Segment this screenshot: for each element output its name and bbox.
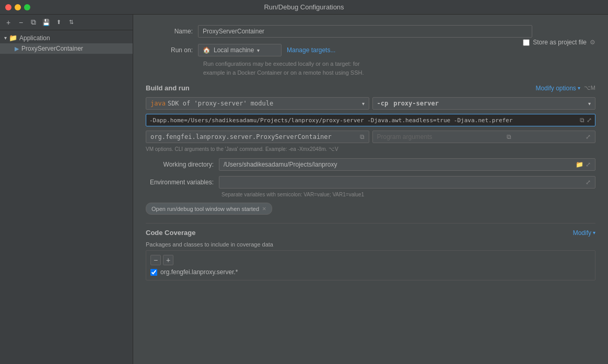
sdk-rest-text: SDK of 'proxy-server' module — [168, 100, 273, 107]
vm-options-copy-icon[interactable]: ⧉ — [580, 116, 584, 124]
sdk-select[interactable]: java SDK of 'proxy-server' module ▾ — [146, 97, 369, 110]
prog-args-placeholder: Program arguments — [377, 133, 432, 140]
minimize-button[interactable] — [15, 4, 21, 10]
open-tool-window-tag: Open run/debug tool window when started … — [146, 203, 272, 215]
coverage-header: Code Coverage Modify ▾ — [146, 229, 595, 237]
main-class-field[interactable]: org.fengfei.lanproxy.server.ProxyServerC… — [146, 131, 369, 143]
sidebar-item-label: ProxyServerContainer — [21, 45, 83, 52]
sidebar-toolbar: + − ⧉ 💾 ⬆ ⇅ — [0, 15, 133, 30]
coverage-modify-button[interactable]: Modify ▾ — [573, 229, 595, 237]
coverage-item-label: org.fengfei.lanproxy.server.* — [160, 268, 238, 276]
home-icon: 🏠 — [203, 46, 211, 54]
build-run-section: Build and run Modify options ▾ ⌥M java S… — [146, 84, 595, 215]
name-label: Name: — [146, 28, 198, 35]
maximize-button[interactable] — [24, 4, 30, 10]
env-vars-label: Environment variables: — [146, 179, 219, 186]
prog-args-copy-icon[interactable]: ⧉ — [507, 133, 511, 140]
save-config-button[interactable]: 💾 — [41, 17, 51, 28]
build-run-title: Build and run — [146, 84, 190, 92]
tag-label: Open run/debug tool window when started — [151, 206, 259, 212]
working-dir-row: Working directory: /Users/shadikesadamu/… — [146, 158, 595, 171]
vm-options-input[interactable] — [149, 117, 578, 124]
main-class-value: org.fengfei.lanproxy.server.ProxyServerC… — [150, 133, 332, 140]
traffic-lights — [5, 4, 30, 10]
config-item-icon: ▶ — [15, 45, 19, 52]
sep-hint-text: Separate variables with semicolon: VAR=v… — [221, 192, 595, 197]
move-config-button[interactable]: ⬆ — [53, 17, 64, 28]
remove-config-button[interactable]: − — [16, 17, 26, 28]
run-hint: Run configurations may be executed local… — [203, 60, 595, 77]
sidebar-group-application[interactable]: ▾ 📁 Application — [0, 32, 133, 43]
env-vars-row: Environment variables: ⤢ — [146, 176, 595, 189]
coverage-add-button[interactable]: + — [163, 255, 173, 265]
sdk-row: java SDK of 'proxy-server' module ▾ -cp … — [146, 97, 595, 110]
prog-args-expand-icon[interactable]: ⤢ — [586, 133, 591, 140]
working-dir-label: Working directory: — [146, 161, 219, 168]
main-class-row: org.fengfei.lanproxy.server.ProxyServerC… — [146, 131, 595, 143]
coverage-item: org.fengfei.lanproxy.server.* — [150, 268, 591, 276]
working-dir-folder-icon[interactable]: 📁 — [576, 161, 583, 168]
chevron-down-icon: ▾ — [257, 48, 260, 53]
manage-targets-link[interactable]: Manage targets... — [287, 46, 335, 54]
coverage-section: Code Coverage Modify ▾ Packages and clas… — [146, 223, 595, 280]
env-vars-expand-icon[interactable]: ⤢ — [586, 179, 591, 186]
copy-config-button[interactable]: ⧉ — [28, 17, 39, 28]
folder-icon: 📁 — [9, 34, 17, 42]
name-input[interactable] — [198, 25, 532, 38]
env-vars-input[interactable]: ⤢ — [219, 176, 595, 189]
store-project-checkbox[interactable] — [523, 39, 530, 46]
store-project-settings-icon[interactable]: ⚙ — [590, 39, 595, 46]
java-keyword: java — [150, 100, 166, 107]
store-project-label: Store as project file — [533, 39, 587, 46]
store-project-row: Store as project file ⚙ — [523, 39, 595, 46]
run-on-select[interactable]: 🏠 Local machine ▾ — [198, 44, 282, 56]
cp-value: proxy-server — [393, 100, 439, 107]
build-run-header: Build and run Modify options ▾ ⌥M — [146, 84, 595, 92]
add-config-button[interactable]: + — [3, 17, 14, 28]
sort-config-button[interactable]: ⇅ — [66, 17, 76, 28]
modify-shortcut: ⌥M — [584, 85, 595, 91]
sdk-chevron-icon: ▾ — [362, 101, 365, 107]
modify-options-button[interactable]: Modify options ▾ ⌥M — [535, 85, 595, 92]
prog-args-field[interactable]: Program arguments ⧉ ⤢ — [372, 131, 596, 143]
content-area: Store as project file ⚙ Name: Run on: 🏠 … — [133, 15, 608, 364]
cp-chevron-icon: ▾ — [588, 101, 591, 107]
packages-label: Packages and classes to include in cover… — [146, 241, 273, 248]
group-arrow-icon: ▾ — [4, 35, 7, 41]
coverage-title: Code Coverage — [146, 229, 195, 237]
title-bar: Run/Debug Configurations — [0, 0, 608, 15]
run-on-label: Run on: — [146, 46, 198, 54]
vm-options-row: ⧉ ⤢ — [146, 114, 595, 126]
main-class-copy-icon[interactable]: ⧉ — [360, 133, 365, 140]
modify-chevron-icon: ▾ — [578, 85, 580, 91]
working-dir-value: /Users/shadikesadamu/Projects/lanproxy — [224, 161, 337, 168]
coverage-box: − + org.fengfei.lanproxy.server.* — [146, 250, 595, 280]
window-title: Run/Debug Configurations — [264, 3, 344, 11]
tag-chip-row: Open run/debug tool window when started … — [146, 203, 595, 215]
name-row: Name: — [146, 25, 595, 38]
sidebar-tree: ▾ 📁 Application ▶ ProxyServerContainer — [0, 30, 133, 364]
run-on-value: Local machine — [214, 46, 254, 54]
coverage-chevron-icon: ▾ — [593, 230, 595, 236]
working-dir-input[interactable]: /Users/shadikesadamu/Projects/lanproxy 📁… — [219, 158, 595, 171]
sidebar-group-label: Application — [19, 34, 50, 42]
working-dir-expand-icon[interactable]: ⤢ — [586, 161, 591, 168]
cp-select[interactable]: -cp proxy-server ▾ — [372, 97, 596, 110]
cp-prefix: -cp — [377, 100, 389, 107]
tag-close-button[interactable]: × — [262, 205, 266, 213]
vm-options-expand-icon[interactable]: ⤢ — [587, 116, 592, 124]
coverage-item-checkbox[interactable] — [150, 269, 157, 276]
vm-hint-text: VM options. CLI arguments to the 'Java' … — [146, 146, 595, 152]
close-button[interactable] — [5, 4, 11, 10]
coverage-remove-button[interactable]: − — [150, 255, 161, 265]
sidebar-item-proxyservercontainer[interactable]: ▶ ProxyServerContainer — [0, 43, 133, 54]
sidebar: + − ⧉ 💾 ⬆ ⇅ ▾ 📁 Application — [0, 15, 133, 364]
coverage-toolbar: − + — [150, 255, 591, 265]
